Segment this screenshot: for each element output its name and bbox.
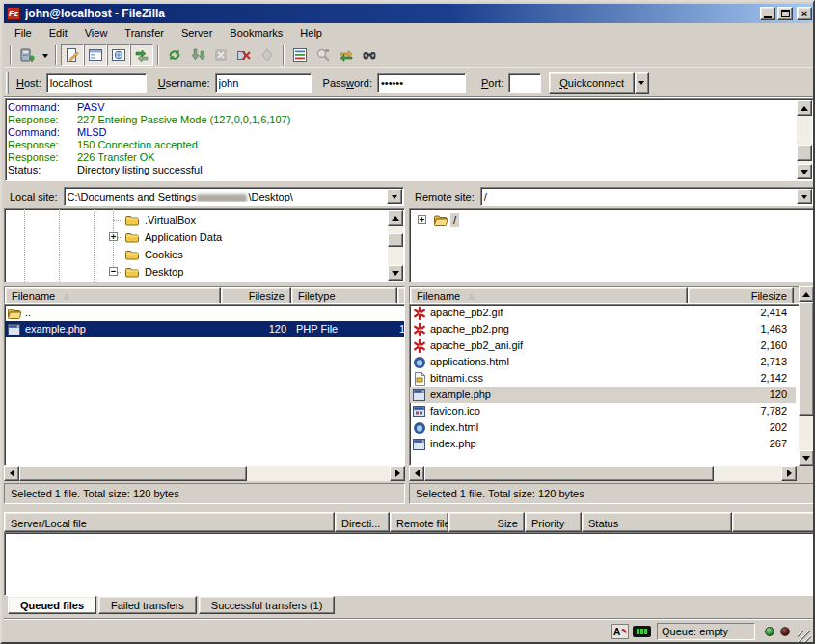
tree-item[interactable]: −Desktop [124, 263, 186, 281]
port-label: Port: [481, 77, 503, 89]
file-row[interactable]: index.php267 [410, 436, 796, 452]
tab-queued-files[interactable]: Queued files [8, 596, 96, 614]
tree-expander[interactable]: + [109, 232, 118, 241]
remote-site-dropdown-button[interactable] [797, 189, 812, 204]
site-manager-button[interactable] [15, 44, 39, 66]
speed-limits-icon[interactable] [633, 626, 651, 637]
menu-help[interactable]: Help [291, 25, 331, 40]
data-type-indicator-icon[interactable]: A✎ [611, 624, 629, 639]
column-header-l[interactable]: L [397, 287, 405, 304]
find-files-button[interactable] [358, 44, 381, 66]
maximize-button[interactable] [777, 7, 793, 20]
tree-expander[interactable]: − [109, 267, 118, 276]
queue-list[interactable] [4, 532, 815, 596]
toggle-message-log-button[interactable] [61, 44, 84, 66]
disconnect-button[interactable] [232, 44, 256, 66]
filename-cell: apache_pb2.png [410, 321, 688, 337]
scrollbar-thumb[interactable] [388, 233, 403, 247]
menu-view[interactable]: View [76, 25, 117, 40]
queue-column-directi-[interactable]: Directi... [335, 512, 390, 532]
column-header-filename[interactable]: Filename [5, 287, 221, 304]
tab-failed-transfers[interactable]: Failed transfers [98, 596, 197, 614]
menu-edit[interactable]: Edit [41, 25, 76, 40]
queue-column-remote-file[interactable]: Remote file [390, 512, 448, 532]
process-queue-button[interactable] [186, 44, 209, 66]
scroll-right-button[interactable] [390, 466, 405, 481]
file-row[interactable]: index.html202 [410, 419, 796, 436]
toggle-remote-tree-button[interactable] [107, 44, 130, 66]
scroll-up-button[interactable] [797, 100, 812, 116]
scrollbar-thumb[interactable] [799, 302, 814, 416]
scrollbar-thumb[interactable] [797, 145, 812, 161]
file-row[interactable]: applications.html2,713 [410, 354, 796, 370]
quickconnect-dropdown-button[interactable] [635, 72, 649, 94]
column-header-filesize[interactable]: Filesize [221, 287, 291, 304]
tree-expander[interactable]: + [418, 215, 426, 224]
title-bar[interactable]: Fz john@localhost - FileZilla × [4, 4, 815, 23]
scroll-left-button[interactable] [4, 466, 19, 481]
remote-list-scrollbar[interactable] [799, 286, 814, 466]
file-row[interactable]: apache_pb2_ani.gif2,160 [410, 337, 796, 354]
queue-column-server-local-file[interactable]: Server/Local file [4, 512, 335, 532]
minimize-button[interactable] [760, 7, 775, 20]
column-header-filetype[interactable]: Filetype [291, 287, 397, 304]
file-row[interactable]: bitnami.css2,142 [410, 370, 796, 387]
site-manager-dropdown-button[interactable] [39, 44, 51, 66]
menu-bookmarks[interactable]: Bookmarks [221, 25, 291, 40]
password-input[interactable] [377, 73, 466, 93]
refresh-button[interactable] [163, 44, 186, 66]
activity-led-green-icon [765, 627, 774, 636]
host-input[interactable] [46, 73, 147, 93]
username-input[interactable] [215, 73, 312, 93]
scroll-up-button[interactable] [799, 286, 814, 302]
scrollbar-thumb[interactable] [19, 466, 247, 481]
scroll-up-button[interactable] [388, 210, 403, 226]
local-tree-scrollbar[interactable] [388, 210, 403, 281]
queue-column-priority[interactable]: Priority [525, 512, 582, 532]
queue-column-status[interactable]: Status [582, 512, 732, 532]
file-row[interactable]: apache_pb2.gif2,414 [410, 305, 796, 321]
column-header-filename[interactable]: Filename [410, 287, 688, 304]
quickconnect-button[interactable]: Quickconnect [549, 72, 635, 94]
tree-item[interactable]: .VirtualBox [124, 211, 199, 228]
file-row[interactable]: example.php120PHP File1 [5, 321, 404, 337]
resize-grip[interactable] [798, 631, 811, 644]
local-site-combo[interactable]: C:\Documents and Settings\Desktop\ [64, 187, 404, 206]
toggle-local-tree-button[interactable] [84, 44, 107, 66]
local-directory-tree: .VirtualBox+Application DataCookies−Desk… [4, 208, 405, 282]
file-row[interactable]: apache_pb2.png1,463 [410, 321, 796, 337]
scroll-down-button[interactable] [388, 265, 403, 281]
tab-successful-transfers-1-[interactable]: Successful transfers (1) [199, 596, 336, 614]
app-icon[interactable]: Fz [7, 7, 20, 20]
file-row[interactable]: example.php120 [410, 387, 796, 403]
local-list-header: FilenameFilesizeFiletypeL [4, 286, 405, 304]
queue-column-size[interactable]: Size [448, 512, 525, 532]
scrollbar-thumb[interactable] [424, 466, 714, 481]
tree-item[interactable]: Cookies [124, 246, 186, 263]
filename-text: bitnami.css [430, 370, 483, 387]
scroll-down-button[interactable] [797, 164, 812, 179]
menu-server[interactable]: Server [173, 25, 221, 40]
synchronized-browsing-button[interactable] [335, 44, 358, 66]
file-row[interactable]: .. [5, 305, 404, 321]
filename-cell: apache_pb2.gif [410, 305, 688, 321]
scroll-right-button[interactable] [781, 466, 797, 481]
apache-file-icon [412, 322, 427, 337]
local-site-dropdown-button[interactable] [387, 189, 402, 204]
close-button[interactable]: × [797, 7, 812, 20]
tree-item[interactable]: +/ [433, 211, 459, 228]
tree-item[interactable]: +Application Data [124, 228, 225, 246]
menu-transfer[interactable]: Transfer [116, 25, 173, 40]
log-scrollbar[interactable] [797, 100, 812, 179]
port-input[interactable] [508, 73, 541, 93]
local-hscrollbar[interactable] [4, 466, 405, 481]
toggle-transfer-queue-button[interactable] [130, 44, 153, 66]
filter-button[interactable] [288, 44, 312, 66]
remote-hscrollbar[interactable] [409, 466, 797, 481]
scroll-left-button[interactable] [409, 466, 424, 481]
menu-file[interactable]: File [6, 25, 41, 40]
scroll-down-button[interactable] [799, 450, 814, 466]
remote-site-combo[interactable]: / [480, 187, 814, 206]
column-header-filesize[interactable]: Filesize [688, 287, 794, 304]
file-row[interactable]: favicon.ico7,782 [410, 403, 796, 419]
